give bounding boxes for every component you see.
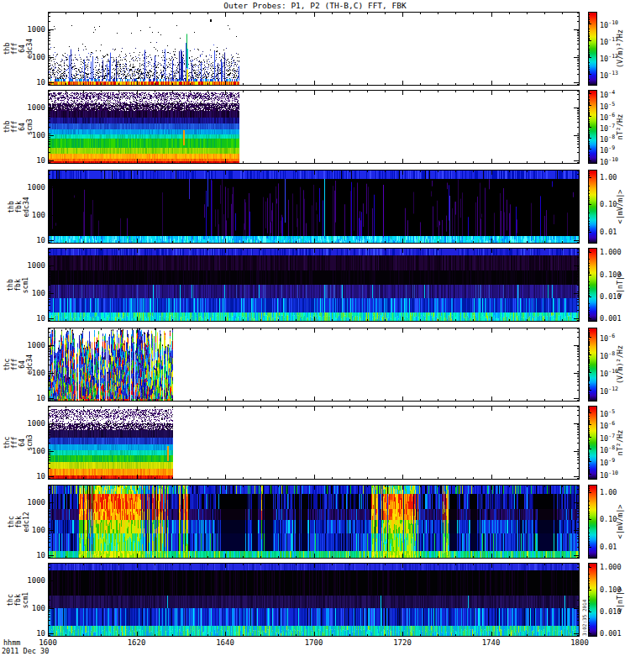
- y-tick-label: 100: [10, 604, 45, 612]
- panel-thb-fff-64-scm3-spectrogram: [48, 90, 580, 164]
- x-tick-label: 1640: [210, 638, 240, 647]
- colorbar-unit-text: <|nT|>: [616, 272, 624, 298]
- panel-ylabel-thc-fff-64-edc34: thcfff64edc34: [0, 328, 37, 402]
- y-tick-label: 1000: [10, 183, 45, 192]
- colorbar-unit-thc-fbk-edc12: <|mV/m|>: [612, 485, 628, 559]
- y-tick-label: 1000: [10, 103, 45, 112]
- colorbar-thc-fff-64-edc34: [588, 328, 597, 402]
- colorbar-thb-fff-64-edc34: [588, 12, 597, 86]
- colorbar-thb-fbk-edc34: [588, 170, 597, 244]
- colorbar-unit-text: (V/m)²/Hz: [616, 345, 624, 384]
- colorbar-unit-thb-fbk-edc34: <|mV/m|>: [612, 170, 628, 244]
- x-axis-date-label: 2011 Dec 30: [2, 647, 49, 655]
- x-tick-label: 1620: [122, 638, 152, 647]
- panel-thc-fff-64-scm3-spectrogram: [48, 406, 580, 480]
- colorbar-thb-fbk-scm1: [588, 248, 597, 322]
- colorbar-thc-fff-64-scm3: [588, 406, 597, 480]
- y-tick-label: 100: [10, 447, 45, 455]
- panel-ylabel-thc-fbk-scm1: thcfbkscm1: [0, 563, 37, 637]
- y-tick-label: 1000: [10, 25, 45, 34]
- y-tick-label: 10: [10, 472, 45, 480]
- y-tick-label: 100: [10, 211, 45, 219]
- colorbar-unit-text: <|nT|>: [616, 587, 624, 613]
- panel-ylabel-thb-fff-64-edc34: thbfff64edc34: [0, 12, 37, 86]
- colorbar-unit-text: nT²/Hz: [616, 430, 624, 456]
- panel-thc-fff-64-edc34-spectrogram: [48, 328, 580, 402]
- panel-thb-fbk-edc34-spectrogram: [48, 170, 580, 244]
- panels-container: thbfff64edc3410001001010-1010-1110-1210-…: [0, 0, 630, 672]
- colorbar-unit-text: <|mV/m|>: [616, 190, 624, 224]
- y-tick-label: 100: [10, 526, 45, 534]
- panel-thb-fff-64-edc34-spectrogram: [48, 12, 580, 86]
- x-tick-label: 1740: [476, 638, 507, 647]
- y-tick-label: 1000: [10, 261, 45, 270]
- colorbar-thc-fbk-edc12: [588, 485, 597, 559]
- y-tick-label: 100: [10, 289, 45, 297]
- x-tick-label: 1600: [33, 638, 63, 647]
- spectrogram-figure: Outer Probes: P1, P2 (TH-B,C) FFT, FBK t…: [0, 0, 630, 672]
- colorbar-unit-text: nT²/Hz: [616, 114, 624, 140]
- y-tick-label: 1000: [10, 341, 45, 349]
- y-tick-label: 100: [10, 369, 45, 377]
- y-tick-label: 10: [10, 156, 45, 165]
- colorbar-unit-thc-fff-64-edc34: (V/m)²/Hz: [612, 328, 628, 402]
- panel-thc-fbk-scm1-spectrogram: [48, 563, 580, 637]
- colorbar-unit-thb-fff-64-scm3: nT²/Hz: [612, 90, 628, 164]
- y-tick-label: 10: [10, 314, 45, 323]
- colorbar-unit-text: (V/m)²/Hz: [616, 29, 624, 68]
- y-tick-label: 1000: [10, 498, 45, 507]
- colorbar-unit-thc-fbk-scm1: <|nT|>: [612, 563, 628, 637]
- y-tick-label: 100: [10, 131, 45, 139]
- panel-ylabel-thb-fbk-edc34: thbfbkedc34: [0, 170, 37, 244]
- y-tick-label: 1000: [10, 576, 45, 585]
- y-tick-label: 1000: [10, 419, 45, 428]
- colorbar-unit-thc-fff-64-scm3: nT²/Hz: [612, 406, 628, 480]
- panel-ylabel-thc-fbk-edc12: thcfbkedc12: [0, 485, 37, 559]
- colorbar-unit-thb-fff-64-edc34: (V/m)²/Hz: [612, 12, 628, 86]
- y-tick-label: 10: [10, 629, 45, 638]
- y-tick-label: 10: [10, 236, 45, 244]
- colorbar-thc-fbk-scm1: [588, 563, 597, 637]
- x-tick-label: 1720: [387, 638, 417, 647]
- panel-ylabel-thb-fff-64-scm3: thbfff64scm3: [0, 90, 37, 164]
- x-tick-label: 1800: [564, 638, 595, 647]
- y-tick-label: 10: [10, 394, 45, 402]
- colorbar-thb-fff-64-scm3: [588, 90, 597, 164]
- panel-ylabel-thb-fbk-scm1: thbfbkscm1: [0, 248, 37, 322]
- x-axis-unit-label: hhmm: [3, 638, 20, 647]
- y-tick-label: 100: [10, 53, 45, 61]
- y-tick-label: 10: [10, 78, 45, 87]
- colorbar-unit-text: <|mV/m|>: [616, 505, 624, 539]
- creation-timestamp: 3:02:35 2014: [581, 600, 587, 636]
- y-tick-label: 10: [10, 551, 45, 559]
- panel-thb-fbk-scm1-spectrogram: [48, 248, 580, 322]
- x-tick-label: 1700: [299, 638, 329, 647]
- panel-thc-fbk-edc12-spectrogram: [48, 485, 580, 559]
- colorbar-unit-thb-fbk-scm1: <|nT|>: [612, 248, 628, 322]
- panel-ylabel-thc-fff-64-scm3: thcfff64scm3: [0, 406, 37, 480]
